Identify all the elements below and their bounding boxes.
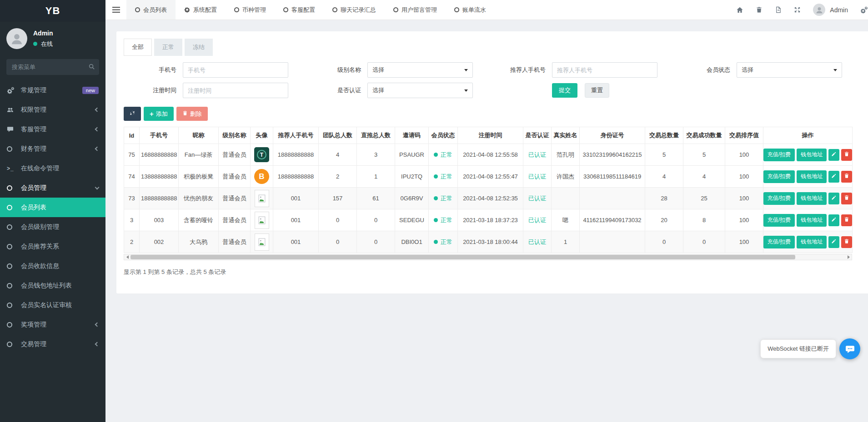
cell-teamtotal: 0	[319, 209, 357, 231]
top-tab[interactable]: 用户留言管理	[385, 0, 446, 20]
cell-referrer: 18888888888	[273, 144, 319, 166]
cell-realname: 范孔明	[552, 144, 580, 166]
fullscreen-icon[interactable]	[794, 6, 801, 13]
recharge-deduct-button[interactable]: 充值/扣费	[763, 192, 795, 205]
verified-badge: 已认证	[528, 173, 546, 180]
status-dot-icon	[434, 196, 438, 200]
cell-id: 75	[124, 144, 140, 166]
top-tab[interactable]: 客服配置	[275, 0, 324, 20]
wallet-address-button[interactable]: 钱包地址	[797, 214, 827, 227]
scroll-left-arrow-icon[interactable]	[124, 254, 130, 260]
user-avatar-small[interactable]	[813, 4, 825, 16]
cell-nickname: Fan—绿茶	[179, 144, 219, 166]
sidebar-item[interactable]: 会员收款信息	[0, 256, 105, 276]
delete-row-button[interactable]	[841, 193, 852, 204]
edit-button[interactable]	[828, 171, 839, 183]
top-tab[interactable]: 聊天记录汇总	[324, 0, 385, 20]
circle-icon	[7, 303, 18, 308]
filter-select[interactable]: 选择	[367, 83, 473, 98]
top-tab[interactable]: 会员列表	[126, 0, 176, 20]
sidebar-item[interactable]: 会员级别管理	[0, 217, 105, 237]
table-row[interactable]: 7516888888888Fan—绿茶普通会员T1888888888843PSA…	[124, 144, 853, 166]
sidebar-item[interactable]: 会员列表	[0, 198, 105, 217]
sidebar-item[interactable]: >_在线命令管理	[0, 159, 105, 178]
cell-id: 2	[124, 231, 140, 253]
hamburger-menu-icon[interactable]	[105, 0, 126, 20]
sidebar-item[interactable]: 财务管理	[0, 139, 105, 159]
recharge-deduct-button[interactable]: 充值/扣费	[763, 236, 795, 248]
add-button[interactable]: +添加	[144, 107, 174, 121]
verified-badge: 已认证	[528, 151, 546, 158]
filter-form: 手机号级别名称选择推荐人手机号会员状态选择注册时间是否认证选择提交重置	[124, 62, 862, 98]
delete-row-button[interactable]	[841, 149, 852, 161]
home-icon[interactable]	[736, 6, 743, 14]
filter-input[interactable]	[552, 62, 657, 78]
table-row[interactable]: 3003含蓄的哑铃普通会员00100SEDEGU正常2021-03-18 18:…	[124, 209, 853, 231]
sidebar-item[interactable]: 奖项管理	[0, 315, 105, 334]
filter-input[interactable]	[183, 62, 288, 78]
table-row[interactable]: 2002大乌鸦普通会员00100DBI0O1正常2021-03-18 18:00…	[124, 231, 853, 253]
menu-search-input[interactable]	[6, 59, 99, 75]
wallet-address-button[interactable]: 钱包地址	[797, 149, 827, 161]
caret-down-icon	[464, 89, 468, 92]
sidebar-item[interactable]: 会员钱包地址列表	[0, 276, 105, 295]
delete-row-button[interactable]	[841, 171, 852, 183]
sidebar-item[interactable]: 常规管理new	[0, 80, 105, 100]
refresh-button[interactable]	[124, 107, 141, 121]
scrollbar-thumb[interactable]	[130, 255, 795, 259]
cell-status: 正常	[429, 166, 458, 188]
cell-tradetotal: 4	[645, 166, 683, 188]
status-tab[interactable]: 全部	[124, 39, 152, 56]
table-row[interactable]: 7413888888888积极的板凳普通会员B1888888888821IPU2…	[124, 166, 853, 188]
edit-button[interactable]	[828, 214, 839, 226]
top-tab[interactable]: 币种管理	[226, 0, 275, 20]
top-tab[interactable]: 账单流水	[446, 0, 495, 20]
cell-regtime: 2021-03-18 18:37:23	[458, 209, 523, 231]
search-icon[interactable]	[88, 63, 95, 71]
edit-button[interactable]	[828, 149, 839, 161]
cell-id: 73	[124, 188, 140, 209]
status-tab[interactable]: 冻结	[185, 39, 213, 56]
settings-gears-icon[interactable]	[860, 6, 868, 14]
new-badge: new	[82, 87, 99, 94]
topbar-user-name[interactable]: Admin	[830, 6, 848, 14]
delete-button[interactable]: 删除	[176, 107, 208, 121]
sidebar-item[interactable]: 客服管理	[0, 119, 105, 139]
cell-verified: 已认证	[523, 209, 552, 231]
cell-level: 普通会员	[219, 144, 251, 166]
sidebar-item[interactable]: 权限管理	[0, 100, 105, 119]
status-tab[interactable]: 正常	[154, 39, 182, 56]
circle-icon	[135, 7, 140, 12]
filter-select[interactable]: 选择	[737, 62, 842, 78]
filter-input[interactable]	[183, 83, 288, 98]
recharge-deduct-button[interactable]: 充值/扣费	[763, 170, 795, 183]
recharge-deduct-button[interactable]: 充值/扣费	[763, 214, 795, 227]
table-row[interactable]: 7318888888888忧伤的朋友普通会员001157610G6R9V正常20…	[124, 188, 853, 209]
cell-level: 普通会员	[219, 188, 251, 209]
wallet-address-button[interactable]: 钱包地址	[797, 170, 827, 183]
delete-row-button[interactable]	[841, 214, 852, 226]
chat-widget-button[interactable]	[839, 338, 860, 359]
sidebar-item[interactable]: 会员实名认证审核	[0, 295, 105, 315]
cell-level: 普通会员	[219, 166, 251, 188]
delete-row-button[interactable]	[841, 236, 852, 248]
edit-button[interactable]	[828, 193, 839, 204]
recharge-deduct-button[interactable]: 充值/扣费	[763, 149, 795, 161]
reset-button[interactable]: 重置	[585, 83, 609, 98]
sidebar-item[interactable]: 会员推荐关系	[0, 237, 105, 256]
sidebar-item[interactable]: 会员管理	[0, 178, 105, 198]
edit-button[interactable]	[828, 236, 839, 248]
filter-select[interactable]: 选择	[367, 62, 473, 78]
cell-phone: 003	[140, 209, 179, 231]
gears-icon	[7, 87, 18, 94]
clear-cache-icon[interactable]	[775, 6, 782, 13]
cell-verified: 已认证	[523, 188, 552, 209]
submit-button[interactable]: 提交	[552, 83, 577, 98]
trash-icon[interactable]	[756, 6, 763, 13]
wallet-address-button[interactable]: 钱包地址	[797, 236, 827, 248]
top-tab[interactable]: 系统配置	[176, 0, 226, 20]
sidebar-item[interactable]: 交易管理	[0, 334, 105, 354]
scroll-right-arrow-icon[interactable]	[845, 254, 852, 260]
wallet-address-button[interactable]: 钱包地址	[797, 192, 827, 205]
cell-tradesuccess: 4	[683, 166, 725, 188]
